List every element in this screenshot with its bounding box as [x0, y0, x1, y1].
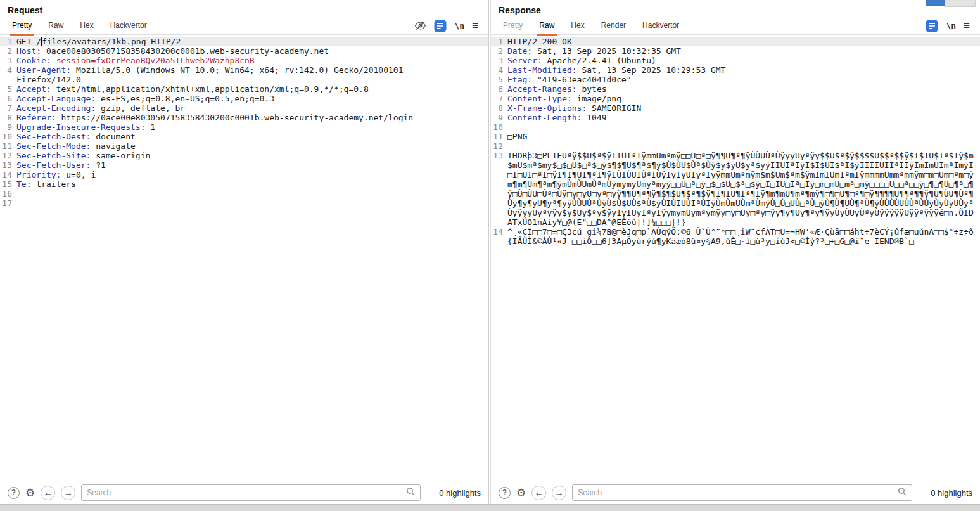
- request-tab-hackvertor[interactable]: Hackvertor: [102, 16, 155, 36]
- request-search-input[interactable]: [87, 488, 406, 497]
- response-tab-pretty[interactable]: Pretty: [495, 16, 531, 36]
- line-number: 11: [0, 141, 16, 151]
- response-tab-render[interactable]: Render: [593, 16, 634, 36]
- line-text: Host: 0ace00e8030507158358430200c0001b.w…: [16, 46, 488, 56]
- code-line-9[interactable]: 9Content-Length: 1049: [491, 113, 980, 122]
- line-text: Server: Apache/2.4.41 (Ubuntu): [507, 56, 980, 65]
- request-editor[interactable]: 1GET /files/avatars/1kb.png HTTP/22Host:…: [0, 35, 488, 481]
- line-number: 14: [0, 170, 16, 179]
- code-line-4[interactable]: 4User-Agent: Mozilla/5.0 (Windows NT 10.…: [0, 65, 488, 84]
- help-icon[interactable]: ?: [499, 487, 511, 499]
- line-number: 10: [491, 122, 507, 132]
- response-editor-menu-icon[interactable]: ≡: [964, 20, 970, 31]
- code-line-11[interactable]: 11Sec-Fetch-Mode: navigate: [0, 141, 488, 151]
- response-editor-toolbar: \n ≡: [926, 20, 976, 32]
- help-icon[interactable]: ?: [8, 487, 20, 499]
- code-line-2[interactable]: 2Date: Sat, 13 Sep 2025 10:32:35 GMT: [491, 46, 980, 56]
- search-next-icon[interactable]: →: [552, 486, 566, 500]
- code-line-1[interactable]: 1HTTP/2 200 OK: [491, 37, 980, 46]
- line-number: 4: [0, 65, 16, 84]
- panels: Request Pretty Raw Hex Hackvertor: [0, 0, 980, 504]
- response-tab-hackvertor[interactable]: Hackvertor: [634, 16, 687, 36]
- corner-blue-button[interactable]: [926, 0, 945, 6]
- line-number: 5: [0, 84, 16, 94]
- code-line-16[interactable]: 16: [0, 189, 488, 198]
- gear-icon[interactable]: ⚙: [25, 488, 35, 498]
- response-panel: Response Pretty Raw Hex Render Hackverto…: [491, 0, 980, 504]
- code-line-14[interactable]: 14Priority: u=0, i: [0, 170, 488, 179]
- code-line-14[interactable]: 14^¸«CÏ□□7□=□Ç3cú gi¼7B@□èJq□p`AÙqýÖ:©6 …: [491, 227, 980, 246]
- request-tab-raw[interactable]: Raw: [40, 16, 72, 36]
- code-line-13[interactable]: 13IHDRþ3□PLTEUªÿ$$U$ª$ÿIIUIªIÿmmUmªmÿ□□U…: [491, 151, 980, 227]
- code-line-13[interactable]: 13Sec-Fetch-User: ?1: [0, 160, 488, 170]
- code-line-8[interactable]: 8Referer: https://0ace00e803050715835843…: [0, 113, 488, 122]
- response-search-box: [572, 484, 912, 501]
- response-tab-bar: Pretty Raw Hex Render Hackvertor \n: [491, 17, 980, 35]
- code-line-5[interactable]: 5Accept: text/html,application/xhtml+xml…: [0, 84, 488, 94]
- line-text: Referer: https://0ace00e8030507158358430…: [16, 113, 488, 122]
- code-line-4[interactable]: 4Last-Modified: Sat, 13 Sep 2025 10:29:5…: [491, 65, 980, 75]
- response-tab-raw[interactable]: Raw: [531, 16, 563, 36]
- line-number: 12: [491, 141, 507, 151]
- visibility-off-icon[interactable]: [414, 21, 426, 30]
- line-text: [16, 198, 488, 208]
- request-panel-title: Request: [0, 0, 488, 17]
- line-text: Accept-Language: es-ES,es;q=0.8,en-US;q=…: [16, 94, 488, 103]
- line-number: 9: [0, 122, 16, 132]
- code-line-15[interactable]: 15Te: trailers: [0, 179, 488, 189]
- pretty-print-icon[interactable]: [434, 20, 447, 32]
- line-text: Accept: text/html,application/xhtml+xml,…: [16, 84, 488, 94]
- line-text: Accept-Encoding: gzip, deflate, br: [16, 103, 488, 113]
- gear-icon[interactable]: ⚙: [516, 488, 526, 498]
- line-text: Te: trailers: [16, 179, 488, 189]
- code-line-2[interactable]: 2Host: 0ace00e8030507158358430200c0001b.…: [0, 46, 488, 56]
- line-text: Cookie: session=fxOrrPeaoBQv20a5ILhweb2W…: [16, 56, 488, 65]
- non-printing-chars-icon[interactable]: \n: [946, 21, 956, 30]
- line-text: IHDRþ3□PLTEUªÿ$$U$ª$ÿIIUIªIÿmmUmªmÿ□□U□ª…: [507, 151, 980, 227]
- burp-request-response-view: Request Pretty Raw Hex Hackvertor: [0, 0, 980, 511]
- search-next-icon[interactable]: →: [61, 486, 75, 500]
- search-icon: [898, 487, 907, 498]
- line-text: Content-Length: 1049: [507, 113, 980, 122]
- response-search-input[interactable]: [578, 488, 898, 497]
- code-line-3[interactable]: 3Cookie: session=fxOrrPeaoBQv20a5ILhweb2…: [0, 56, 488, 65]
- response-editor[interactable]: 1HTTP/2 200 OK2Date: Sat, 13 Sep 2025 10…: [491, 35, 980, 481]
- code-line-12[interactable]: 12Sec-Fetch-Site: same-origin: [0, 151, 488, 160]
- code-line-17[interactable]: 17: [0, 198, 488, 208]
- request-panel: Request Pretty Raw Hex Hackvertor: [0, 0, 489, 504]
- request-tab-pretty[interactable]: Pretty: [4, 16, 40, 36]
- line-text: [507, 122, 980, 132]
- request-tab-hex[interactable]: Hex: [72, 16, 101, 36]
- search-prev-icon[interactable]: ←: [41, 486, 55, 500]
- code-line-10[interactable]: 10Sec-Fetch-Dest: document: [0, 132, 488, 141]
- response-tab-hex[interactable]: Hex: [563, 16, 592, 36]
- code-line-11[interactable]: 11□PNG: [491, 132, 980, 141]
- window-bottom-strip: [0, 504, 980, 511]
- line-text: [507, 141, 980, 151]
- line-number: 11: [491, 132, 507, 141]
- line-text: Sec-Fetch-User: ?1: [16, 160, 488, 170]
- line-number: 7: [0, 103, 16, 113]
- request-editor-menu-icon[interactable]: ≡: [472, 20, 478, 31]
- line-text: Sec-Fetch-Mode: navigate: [16, 141, 488, 151]
- code-line-6[interactable]: 6Accept-Ranges: bytes: [491, 84, 980, 94]
- line-number: 6: [0, 94, 16, 103]
- line-number: 13: [491, 151, 507, 227]
- pretty-print-icon[interactable]: [926, 20, 938, 32]
- code-line-9[interactable]: 9Upgrade-Insecure-Requests: 1: [0, 122, 488, 132]
- corner-gray-button[interactable]: [945, 0, 976, 7]
- code-line-3[interactable]: 3Server: Apache/2.4.41 (Ubuntu): [491, 56, 980, 65]
- line-number: 16: [0, 189, 16, 198]
- code-line-1[interactable]: 1GET /files/avatars/1kb.png HTTP/2: [0, 37, 488, 46]
- code-line-8[interactable]: 8X-Frame-Options: SAMEORIGIN: [491, 103, 980, 113]
- line-number: 4: [491, 65, 507, 75]
- code-line-6[interactable]: 6Accept-Language: es-ES,es;q=0.8,en-US;q…: [0, 94, 488, 103]
- code-line-7[interactable]: 7Content-Type: image/png: [491, 94, 980, 103]
- code-line-12[interactable]: 12: [491, 141, 980, 151]
- code-line-10[interactable]: 10: [491, 122, 980, 132]
- search-prev-icon[interactable]: ←: [531, 486, 546, 500]
- non-printing-chars-icon[interactable]: \n: [454, 21, 464, 30]
- code-line-5[interactable]: 5Etag: "419-63eac4041d0ce": [491, 75, 980, 84]
- line-number: 13: [0, 160, 16, 170]
- code-line-7[interactable]: 7Accept-Encoding: gzip, deflate, br: [0, 103, 488, 113]
